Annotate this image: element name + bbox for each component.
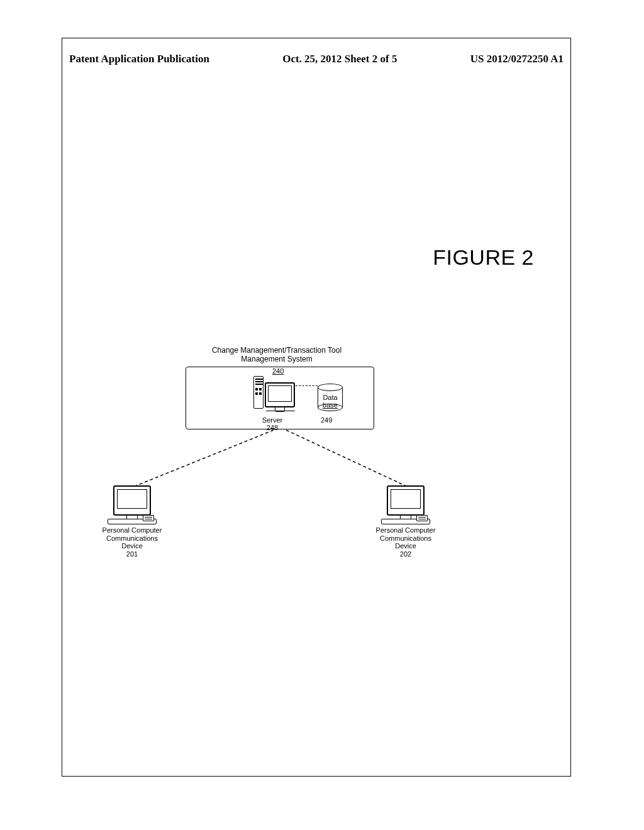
system-title: Change Management/Transaction Tool Manag… xyxy=(97,346,456,364)
system-title-line2: Management System xyxy=(241,355,312,363)
database-label-line2: base xyxy=(323,401,338,409)
svg-line-0 xyxy=(132,430,274,487)
pc-1: Personal Computer Communications Device … xyxy=(97,485,167,558)
server-monitor-icon xyxy=(265,382,295,407)
pc-drive-icon xyxy=(143,515,154,521)
header-left: Patent Application Publication xyxy=(69,53,209,65)
figure-title: FIGURE 2 xyxy=(433,245,534,270)
svg-line-1 xyxy=(286,430,409,487)
database-label: Data base xyxy=(319,394,341,409)
server-label-text: Server xyxy=(262,416,282,424)
system-ref-number: 240 xyxy=(272,367,284,375)
pc1-ref-number: 201 xyxy=(126,550,138,558)
database-ref-number: 249 xyxy=(321,416,332,424)
header-right: US 2012/0272250 A1 xyxy=(470,53,564,65)
pc-base-icon xyxy=(108,519,157,524)
pc2-label: Personal Computer Communications Device … xyxy=(371,526,440,558)
pc-monitor-icon xyxy=(387,485,425,516)
server-db-link xyxy=(296,385,318,386)
pc1-label: Personal Computer Communications Device … xyxy=(97,526,167,558)
pc1-label-line1: Personal Computer xyxy=(103,526,162,534)
server-base-icon xyxy=(266,411,295,414)
pc2-label-line1: Personal Computer xyxy=(376,526,436,534)
pc-base-icon xyxy=(381,519,430,524)
pc1-label-line2: Communications Device xyxy=(106,534,158,550)
diagram-figure-2: Change Management/Transaction Tool Manag… xyxy=(97,346,456,560)
pc-drive-icon xyxy=(416,515,428,521)
server-tower-icon xyxy=(253,376,264,409)
pc2-ref-number: 202 xyxy=(400,550,411,558)
pc-monitor-icon xyxy=(113,485,151,516)
pc-2: Personal Computer Communications Device … xyxy=(371,485,440,558)
system-title-line1: Change Management/Transaction Tool xyxy=(212,346,341,355)
database-label-line1: Data xyxy=(323,394,337,401)
page-header: Patent Application Publication Oct. 25, … xyxy=(62,53,571,65)
header-center: Oct. 25, 2012 Sheet 2 of 5 xyxy=(282,53,397,65)
pc2-label-line2: Communications Device xyxy=(380,534,431,550)
